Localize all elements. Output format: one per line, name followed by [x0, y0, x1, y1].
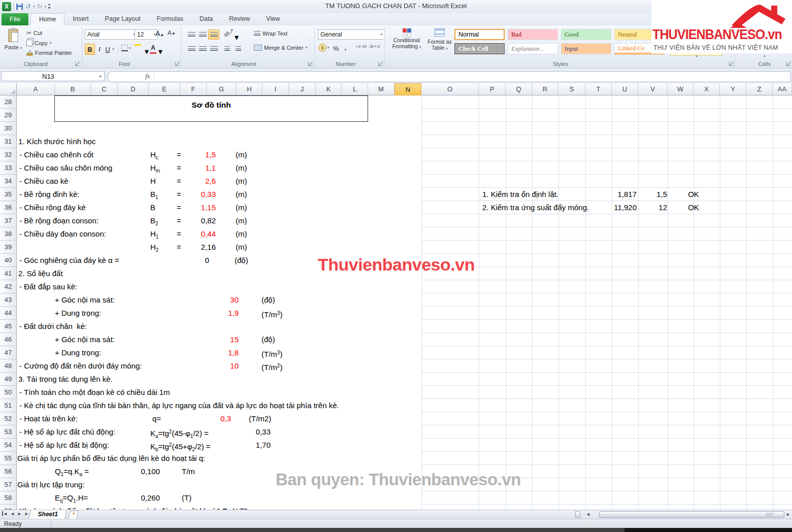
sheet-row-37[interactable]: - Bề rộng đoạn conson:B2=0,82(m)	[0, 214, 508, 227]
sheet-row-46[interactable]: + Góc nội ma sát:15(độ)	[0, 333, 508, 346]
sheet-tab-sheet1[interactable]: Sheet1	[28, 510, 67, 519]
styles-dialog-launcher-icon[interactable]	[729, 61, 734, 66]
column-header-Z[interactable]: Z	[746, 83, 773, 95]
shrink-font-button[interactable]: A▼	[168, 29, 176, 37]
align-center-button[interactable]	[197, 44, 208, 54]
tab-split-handle[interactable]	[575, 511, 580, 518]
percent-style-button[interactable]: %	[333, 45, 339, 52]
check-row-2[interactable]: 2. Kiểm tra ứng suất đẩy móng.11,92012OK	[0, 201, 792, 214]
column-header-G[interactable]: G	[207, 83, 237, 95]
sheet-row-59[interactable]: Khoảng cách điểm đặt lực tập trung cách …	[0, 505, 508, 510]
cell-style-normal[interactable]: Normal	[454, 29, 505, 40]
row-header-45[interactable]: 45	[0, 320, 17, 333]
row-header-37[interactable]: 37	[0, 214, 17, 227]
column-header-W[interactable]: W	[668, 83, 694, 95]
cell-style-good[interactable]: Good	[561, 29, 611, 40]
merge-center-button[interactable]: Merge & Center ▾	[254, 45, 307, 51]
column-header-B[interactable]: B	[55, 83, 91, 95]
row-header-31[interactable]: 31	[0, 135, 17, 148]
fill-color-button[interactable]	[135, 44, 141, 46]
row-header-47[interactable]: 47	[0, 346, 17, 359]
row-header-39[interactable]: 39	[0, 241, 17, 254]
name-box[interactable]: N13	[1, 71, 105, 81]
tab-formulas[interactable]: Formulas	[149, 13, 191, 25]
formula-input[interactable]: fx	[108, 71, 791, 82]
select-all-corner[interactable]	[0, 83, 17, 95]
first-sheet-button[interactable]: ◄	[3, 511, 8, 516]
insert-worksheet-button[interactable]: *	[68, 511, 79, 519]
bottom-align-button[interactable]	[208, 29, 219, 40]
row-header-38[interactable]: 38	[0, 227, 17, 241]
font-size-select[interactable]: 12▾	[135, 29, 158, 40]
row-header-57[interactable]: 57	[0, 478, 17, 491]
clipboard-dialog-launcher-icon[interactable]	[75, 61, 80, 66]
increase-indent-button[interactable]	[233, 44, 244, 54]
decrease-decimal-button[interactable]: .00 +.0	[369, 45, 380, 48]
font-dialog-launcher-icon[interactable]	[175, 61, 180, 66]
column-header-K[interactable]: K	[316, 83, 342, 95]
sheet-row-51[interactable]: - Kè chị tác dụng của tĩnh tải bản thân,…	[0, 399, 508, 412]
middle-align-button[interactable]	[197, 29, 208, 40]
row-header-32[interactable]: 32	[0, 148, 17, 161]
column-header-O[interactable]: O	[421, 83, 479, 95]
column-header-M[interactable]: M	[368, 83, 394, 95]
tab-view[interactable]: View	[258, 13, 288, 25]
row-header-34[interactable]: 34	[0, 175, 17, 188]
row-header-49[interactable]: 49	[0, 373, 17, 386]
prev-sheet-button[interactable]: ◄	[10, 511, 15, 516]
sheet-row-33[interactable]: - Chiều cao sâu chôn móngHm=1,1(m)	[0, 161, 508, 175]
sheet-row-31[interactable]: 1. Kích thước hình học	[0, 135, 508, 148]
horizontal-scrollbar-thumb[interactable]	[599, 511, 784, 518]
tab-file[interactable]: File	[2, 13, 28, 25]
cell-style-input[interactable]: Input	[561, 43, 611, 54]
column-header-S[interactable]: S	[558, 83, 585, 95]
align-left-button[interactable]	[186, 44, 197, 54]
column-header-D[interactable]: D	[118, 83, 149, 95]
underline-button[interactable]: U ▾	[104, 44, 116, 55]
alignment-dialog-launcher-icon[interactable]	[308, 61, 313, 66]
cut-button[interactable]: ✂ Cut	[26, 29, 42, 37]
wrap-text-button[interactable]: Wrap Text	[254, 30, 287, 37]
tab-data[interactable]: Data	[191, 13, 221, 25]
number-format-select[interactable]: General▾	[318, 29, 385, 40]
row-header-51[interactable]: 51	[0, 399, 17, 412]
italic-button[interactable]: I	[95, 44, 104, 55]
cell-style-bad[interactable]: Bad	[508, 29, 558, 40]
row-header-42[interactable]: 42	[0, 280, 17, 293]
sheet-row-54[interactable]: - Hệ số áp lực đất bị động:Kb=tg2(45+φ2/…	[0, 439, 508, 452]
font-family-select[interactable]: Arial▾	[85, 29, 138, 40]
row-header-44[interactable]: 44	[0, 307, 17, 320]
sheet-row-58[interactable]: Eq=Q1.H=0,260(T)	[0, 491, 508, 505]
top-align-button[interactable]	[186, 29, 197, 40]
diagram-title-box[interactable]: Sơ đồ tính	[54, 95, 368, 122]
column-header-H[interactable]: H	[237, 83, 262, 95]
font-color-button[interactable]: A	[150, 43, 156, 54]
row-header-40[interactable]: 40	[0, 254, 17, 267]
tab-insert[interactable]: Insert	[64, 13, 96, 25]
scroll-right-button[interactable]: ►	[786, 512, 790, 517]
tab-home[interactable]: Home	[30, 13, 64, 25]
column-header-C[interactable]: C	[91, 83, 118, 95]
grow-font-button[interactable]: A▲	[155, 29, 164, 38]
orientation-button[interactable]: ab↗	[222, 27, 235, 39]
row-header-56[interactable]: 56	[0, 465, 17, 478]
row-header-48[interactable]: 48	[0, 359, 17, 373]
cells-dialog-launcher-icon[interactable]	[786, 61, 791, 66]
row-header-46[interactable]: 46	[0, 333, 17, 346]
column-header-N[interactable]: N	[394, 83, 421, 95]
column-header-J[interactable]: J	[289, 83, 316, 95]
column-header-X[interactable]: X	[694, 83, 720, 95]
sheet-row-50[interactable]: - Tính toán cho một đoạn kè có chiều dài…	[0, 386, 508, 399]
sheet-row-42[interactable]: - Đất đắp sau kè:	[0, 280, 508, 293]
column-header-F[interactable]: F	[180, 83, 207, 95]
insert-cells-dropdown-icon[interactable]: ▾	[696, 54, 698, 58]
row-header-59[interactable]: 59	[0, 505, 17, 510]
row-header-53[interactable]: 53	[0, 425, 17, 439]
column-header-U[interactable]: U	[612, 83, 638, 95]
cell-style-check-cell[interactable]: Check Cell	[454, 43, 505, 54]
row-header-41[interactable]: 41	[0, 267, 17, 280]
increase-decimal-button[interactable]: +.0 .00	[355, 45, 367, 48]
sheet-row-45[interactable]: - Đất dưới chân kè:	[0, 320, 508, 333]
align-right-button[interactable]	[208, 44, 219, 54]
format-as-table-button[interactable]: Format as Table ▾	[425, 28, 454, 52]
